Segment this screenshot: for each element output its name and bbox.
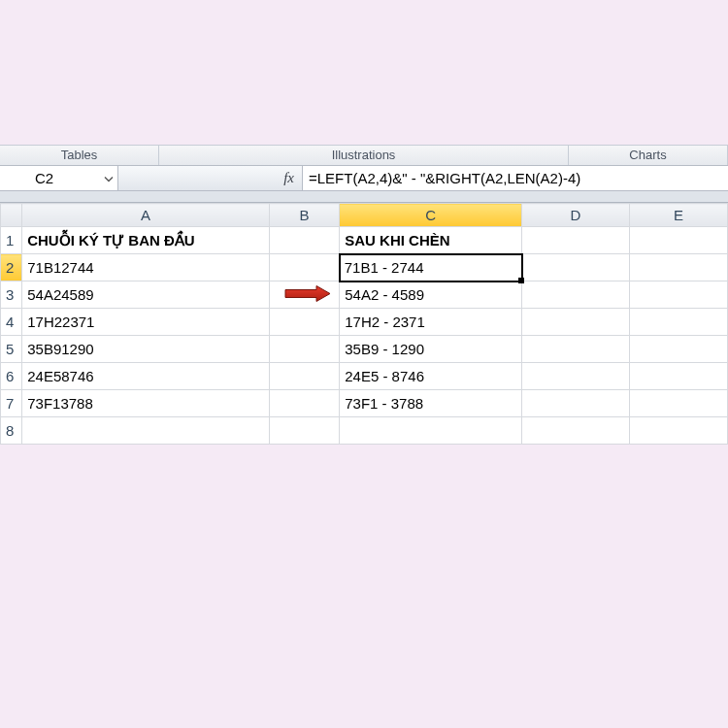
toolbar-gap <box>0 191 728 203</box>
cell-B2[interactable] <box>269 254 340 281</box>
cell-D2[interactable] <box>522 254 630 281</box>
cell-C2[interactable]: 71B1 - 2744 <box>340 254 522 281</box>
cell-A3[interactable]: 54A24589 <box>22 281 269 309</box>
cell-A4[interactable]: 17H22371 <box>22 309 269 336</box>
cell-A7[interactable]: 73F13788 <box>22 390 269 417</box>
spreadsheet-grid[interactable]: A B C D E 1 CHUỖI KÝ TỰ BAN ĐẦU SAU KHI … <box>0 203 728 445</box>
formula-bar: C2 fx <box>0 166 728 191</box>
name-box-dropdown-icon[interactable] <box>104 170 114 186</box>
cell-C5[interactable]: 35B9 - 1290 <box>340 336 522 363</box>
cell-E3[interactable] <box>630 281 728 309</box>
row-header-1[interactable]: 1 <box>1 227 22 254</box>
cell-C4[interactable]: 17H2 - 2371 <box>340 309 522 336</box>
arrow-right-icon <box>283 284 332 305</box>
cell-B7[interactable] <box>269 390 340 417</box>
name-box-value: C2 <box>35 170 53 186</box>
cell-D5[interactable] <box>522 336 630 363</box>
cell-C3[interactable]: 54A2 - 4589 <box>340 281 522 309</box>
row-header-5[interactable]: 5 <box>1 336 22 363</box>
fx-label[interactable]: fx <box>118 166 303 190</box>
cell-E2[interactable] <box>630 254 728 281</box>
cell-E1[interactable] <box>630 227 728 254</box>
col-header-A[interactable]: A <box>22 204 269 227</box>
cell-E5[interactable] <box>630 336 728 363</box>
row-header-3[interactable]: 3 <box>1 281 22 309</box>
name-box[interactable]: C2 <box>0 166 118 190</box>
cell-A8[interactable] <box>22 417 269 445</box>
cell-D6[interactable] <box>522 363 630 390</box>
cell-E4[interactable] <box>630 309 728 336</box>
col-header-B[interactable]: B <box>269 204 340 227</box>
row-header-6[interactable]: 6 <box>1 363 22 390</box>
row-header-8[interactable]: 8 <box>1 417 22 445</box>
cell-D8[interactable] <box>522 417 630 445</box>
row-header-7[interactable]: 7 <box>1 390 22 417</box>
cell-D4[interactable] <box>522 309 630 336</box>
formula-input[interactable] <box>303 166 728 190</box>
cell-E6[interactable] <box>630 363 728 390</box>
cell-A6[interactable]: 24E58746 <box>22 363 269 390</box>
cell-D7[interactable] <box>522 390 630 417</box>
select-all-corner[interactable] <box>1 204 22 227</box>
sheet-table[interactable]: A B C D E 1 CHUỖI KÝ TỰ BAN ĐẦU SAU KHI … <box>0 203 728 445</box>
col-header-E[interactable]: E <box>630 204 728 227</box>
cell-A1[interactable]: CHUỖI KÝ TỰ BAN ĐẦU <box>22 227 269 254</box>
ribbon-group-labels: Tables Illustrations Charts <box>0 145 728 166</box>
cell-B8[interactable] <box>269 417 340 445</box>
cell-E7[interactable] <box>630 390 728 417</box>
ribbon-group-illustrations[interactable]: Illustrations <box>159 146 569 165</box>
cell-B5[interactable] <box>269 336 340 363</box>
cell-C7[interactable]: 73F1 - 3788 <box>340 390 522 417</box>
cell-D1[interactable] <box>522 227 630 254</box>
ribbon-group-charts[interactable]: Charts <box>569 146 728 165</box>
ribbon-group-tables[interactable]: Tables <box>0 146 159 165</box>
cell-D3[interactable] <box>522 281 630 309</box>
cell-E8[interactable] <box>630 417 728 445</box>
cell-C8[interactable] <box>340 417 522 445</box>
col-header-C[interactable]: C <box>340 204 522 227</box>
row-header-2[interactable]: 2 <box>1 254 22 281</box>
cell-B3[interactable] <box>269 281 340 309</box>
excel-window: Tables Illustrations Charts C2 fx A B C … <box>0 145 728 445</box>
cell-C6[interactable]: 24E5 - 8746 <box>340 363 522 390</box>
row-header-4[interactable]: 4 <box>1 309 22 336</box>
cell-B6[interactable] <box>269 363 340 390</box>
cell-B1[interactable] <box>269 227 340 254</box>
cell-B4[interactable] <box>269 309 340 336</box>
cell-C1[interactable]: SAU KHI CHÈN <box>340 227 522 254</box>
cell-A5[interactable]: 35B91290 <box>22 336 269 363</box>
cell-A2[interactable]: 71B12744 <box>22 254 269 281</box>
col-header-D[interactable]: D <box>522 204 630 227</box>
